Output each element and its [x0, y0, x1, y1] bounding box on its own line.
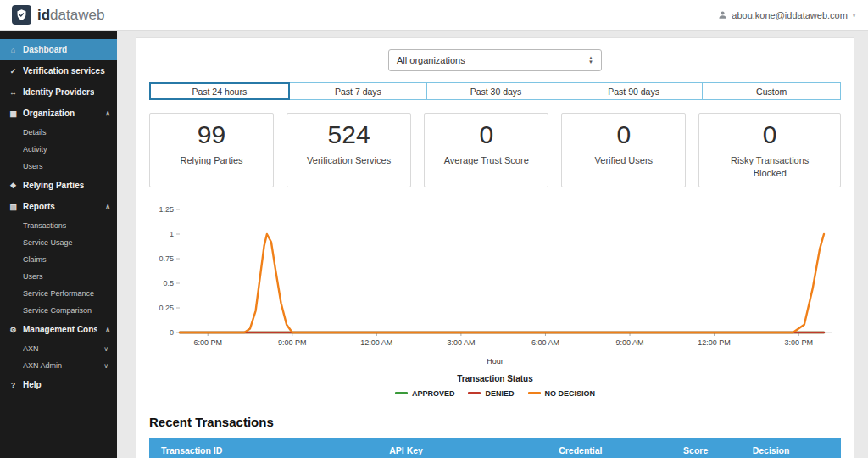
stat-card-relying-parties: 99Relying Parties — [149, 113, 274, 187]
chart-icon: ▤ — [8, 203, 18, 211]
sidebar-item-label: Claims — [23, 255, 47, 264]
logo[interactable]: iddataweb — [12, 5, 104, 25]
stat-label: Average Trust Score — [439, 154, 534, 167]
sidebar-item-management-console[interactable]: ⚙Management Console∧ — [0, 319, 117, 340]
column-header-credential: Credential — [547, 438, 671, 458]
legend-title: Transaction Status — [149, 374, 841, 383]
chart-x-axis-label: Hour — [149, 357, 841, 366]
sidebar-item-reports-service-comparison[interactable]: Service Comparison — [0, 302, 117, 319]
sidebar-item-label: Help — [23, 380, 42, 389]
organization-select-row: All organizations ▲▼ — [149, 49, 841, 71]
svg-text:12:00 PM: 12:00 PM — [698, 338, 731, 347]
sidebar-item-axn[interactable]: AXN∨ — [0, 340, 117, 357]
sidebar-item-label: Verification services — [23, 66, 105, 75]
sidebar-nav: ⌂Dashboard✓Verification services↔Identit… — [0, 39, 117, 395]
sidebar-item-help[interactable]: ?Help — [0, 374, 117, 395]
chart-legend: Transaction Status APPROVEDDENIEDNO DECI… — [149, 374, 841, 398]
sidebar-item-reports[interactable]: ▤Reports∧ — [0, 196, 117, 217]
sidebar-item-organization[interactable]: ▦Organization∧ — [0, 103, 117, 124]
user-menu[interactable]: abou.kone@iddataweb.com ∨ — [718, 10, 856, 20]
chevron-down-icon: ∨ — [852, 12, 856, 19]
brand-bold: id — [37, 7, 50, 23]
brand-name: iddataweb — [37, 7, 104, 24]
help-icon: ? — [8, 381, 18, 389]
stat-label: Verification Services — [302, 154, 397, 167]
sidebar-item-dashboard[interactable]: ⌂Dashboard — [0, 39, 117, 60]
sidebar-item-label: Management Console — [23, 325, 97, 334]
chevron-up-icon: ∧ — [103, 326, 110, 333]
legend-item-denied: DENIED — [468, 389, 514, 398]
stat-card-risky-transactions-blocked: 0Risky Transactions Blocked — [698, 113, 841, 187]
svg-text:3:00 AM: 3:00 AM — [447, 338, 475, 347]
sidebar-item-axn-admin[interactable]: AXN Admin∨ — [0, 357, 117, 374]
transactions-table-header: Transaction IDAPI KeyCredentialScoreDeci… — [149, 438, 841, 458]
chevron-up-icon: ∧ — [103, 109, 110, 117]
svg-text:9:00 AM: 9:00 AM — [616, 338, 644, 347]
time-tab-past-24-hours[interactable]: Past 24 hours — [149, 82, 290, 100]
sidebar-item-label: Service Usage — [23, 238, 73, 247]
stat-cards: 99Relying Parties524Verification Service… — [149, 113, 841, 187]
line-chart: 00.250.50.7511.256:00 PM9:00 PM12:00 AM3… — [149, 199, 841, 356]
time-tab-past-90-days[interactable]: Past 90 days — [565, 82, 704, 100]
stat-value: 99 — [153, 120, 270, 149]
sidebar-item-label: Users — [23, 272, 43, 281]
sidebar-item-label: AXN Admin — [23, 361, 62, 370]
column-header-decision: Decision — [741, 438, 841, 458]
sidebar-item-relying-parties[interactable]: ❖Relying Parties — [0, 175, 117, 196]
brand-light: dataweb — [50, 7, 104, 23]
sidebar-item-label: Relying Parties — [23, 181, 84, 190]
sidebar-item-label: Identity Providers — [23, 87, 94, 97]
sidebar-item-reports-transactions[interactable]: Transactions — [0, 217, 117, 234]
chevron-down-icon: ∨ — [101, 345, 108, 353]
sidebar: ⌂Dashboard✓Verification services↔Identit… — [0, 31, 117, 458]
sidebar-item-label: Reports — [23, 202, 55, 211]
shield-logo-icon — [12, 5, 31, 25]
sidebar-item-identity-providers[interactable]: ↔Identity Providers — [0, 81, 117, 103]
sidebar-item-reports-users[interactable]: Users — [0, 268, 117, 285]
sidebar-item-label: Service Comparison — [23, 306, 92, 315]
legend-swatch — [468, 392, 481, 394]
organization-select[interactable]: All organizations ▲▼ — [388, 49, 602, 71]
sidebar-item-organization-activity[interactable]: Activity — [0, 141, 117, 158]
sidebar-item-organization-users[interactable]: Users — [0, 158, 117, 175]
sidebar-item-verification-services[interactable]: ✓Verification services — [0, 60, 117, 81]
sidebar-item-label: Transactions — [23, 221, 66, 230]
legend-swatch — [395, 392, 408, 394]
time-tab-custom[interactable]: Custom — [702, 82, 841, 100]
sidebar-item-reports-claims[interactable]: Claims — [0, 251, 117, 268]
sidebar-item-organization-details[interactable]: Details — [0, 124, 117, 141]
stat-card-average-trust-score: 0Average Trust Score — [424, 113, 548, 187]
sidebar-item-label: Service Performance — [23, 289, 94, 298]
dashboard-panel: All organizations ▲▼ Past 24 hoursPast 7… — [136, 37, 854, 458]
top-header: iddataweb abou.kone@iddataweb.com ∨ — [0, 0, 868, 31]
legend-label: DENIED — [485, 389, 514, 398]
sidebar-item-label: Organization — [23, 109, 75, 118]
stat-label: Risky Transactions Blocked — [722, 154, 817, 180]
time-tab-past-30-days[interactable]: Past 30 days — [426, 82, 565, 100]
stat-value: 0 — [565, 120, 682, 149]
column-header-api-key: API Key — [377, 438, 547, 458]
svg-text:0.25: 0.25 — [159, 304, 174, 312]
main-content: All organizations ▲▼ Past 24 hoursPast 7… — [117, 31, 868, 458]
legend-items: APPROVEDDENIEDNO DECISION — [149, 389, 841, 398]
stat-value: 0 — [428, 120, 544, 149]
svg-text:1: 1 — [170, 230, 174, 238]
user-icon — [718, 10, 727, 20]
sidebar-item-label: Activity — [23, 145, 47, 154]
legend-label: APPROVED — [412, 389, 455, 398]
svg-text:12:00 AM: 12:00 AM — [360, 338, 392, 347]
time-range-tabs: Past 24 hoursPast 7 daysPast 30 daysPast… — [149, 82, 841, 100]
legend-item-approved: APPROVED — [395, 389, 455, 398]
sidebar-item-reports-service-usage[interactable]: Service Usage — [0, 234, 117, 251]
user-email: abou.kone@iddataweb.com — [732, 10, 848, 20]
sidebar-item-reports-service-performance[interactable]: Service Performance — [0, 285, 117, 302]
stat-value: 0 — [703, 120, 837, 149]
legend-swatch — [528, 392, 541, 394]
stat-label: Relying Parties — [164, 154, 259, 167]
organization-select-value: All organizations — [397, 55, 465, 65]
time-tab-past-7-days[interactable]: Past 7 days — [289, 82, 428, 100]
select-arrows-icon: ▲▼ — [588, 56, 593, 64]
legend-item-no-decision: NO DECISION — [528, 389, 596, 398]
arrows-icon: ↔ — [8, 88, 18, 97]
transactions-chart: 00.250.50.7511.256:00 PM9:00 PM12:00 AM3… — [149, 199, 841, 366]
